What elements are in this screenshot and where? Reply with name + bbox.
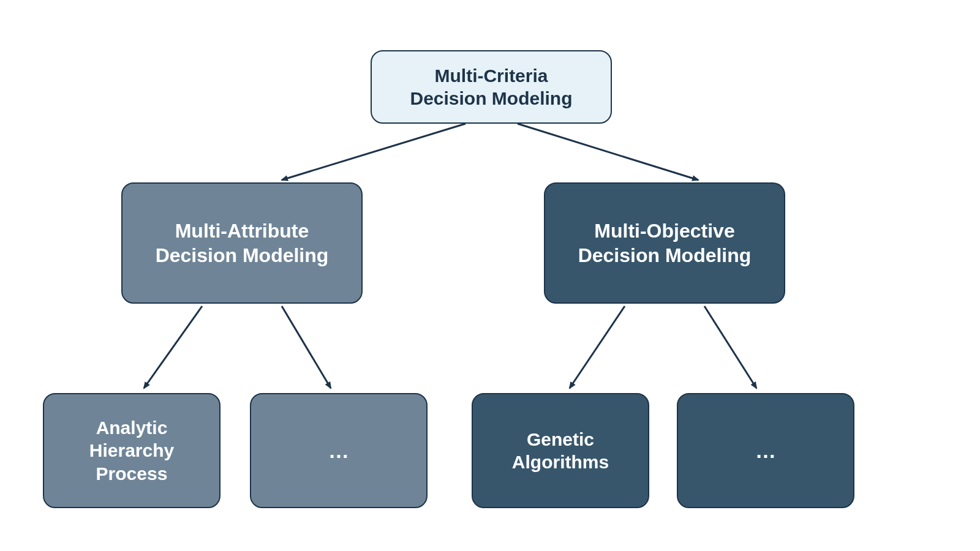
diagram-canvas: Multi-Criteria Decision Modeling Multi-A… [0, 0, 980, 551]
node-left-branch: Multi-Attribute Decision Modeling [121, 182, 363, 304]
node-right-child-1-line1: Genetic [512, 428, 609, 451]
node-left-child-1-line2: Hierarchy [89, 439, 174, 462]
node-left-child-2: … [250, 393, 428, 508]
svg-line-4 [282, 306, 331, 388]
node-left-line1: Multi-Attribute [156, 219, 329, 243]
svg-line-5 [570, 306, 625, 388]
node-right-line1: Multi-Objective [578, 219, 752, 243]
node-root-line1: Multi-Criteria [410, 64, 572, 88]
node-right-child-2-label: … [755, 438, 776, 464]
node-left-child-1-line3: Process [89, 462, 174, 485]
node-root-line2: Decision Modeling [410, 87, 572, 110]
node-right-child-2: … [677, 393, 854, 508]
node-left-child-2-label: … [328, 438, 349, 464]
node-left-line2: Decision Modeling [156, 243, 329, 268]
node-root: Multi-Criteria Decision Modeling [371, 50, 612, 124]
node-left-child-1: Analytic Hierarchy Process [43, 393, 221, 508]
svg-line-6 [704, 306, 756, 388]
node-right-child-1-line2: Algorithms [512, 451, 609, 474]
node-right-line2: Decision Modeling [578, 243, 752, 268]
svg-line-3 [144, 306, 202, 388]
node-left-child-1-line1: Analytic [89, 416, 174, 440]
svg-line-2 [518, 124, 698, 180]
node-right-branch: Multi-Objective Decision Modeling [544, 182, 785, 304]
node-right-child-1: Genetic Algorithms [472, 393, 649, 508]
svg-line-1 [282, 124, 466, 180]
